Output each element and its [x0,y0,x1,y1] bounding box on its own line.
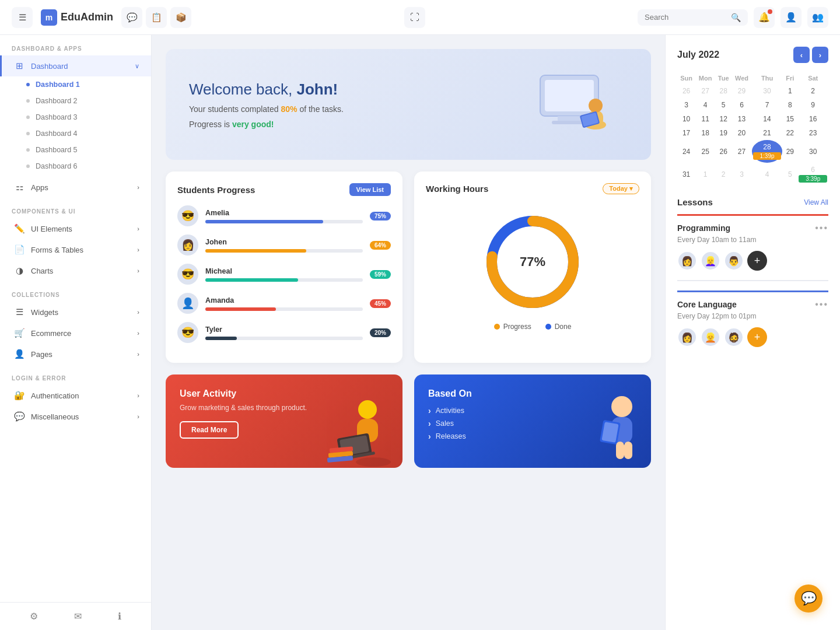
calendar-day[interactable]: 29 [782,140,797,163]
calendar-day[interactable]: 17 [677,126,695,140]
sidebar-item-miscellaneous[interactable]: 💬 Miscellaneous › [0,406,151,427]
welcome-illustration [499,66,628,142]
sidebar-item-pages[interactable]: 👤 Pages › [0,344,151,365]
donut-legend: Progress Done [494,323,572,331]
user-settings-button[interactable]: 👥 [807,7,828,28]
calendar-day[interactable]: 28 [715,84,732,98]
sidebar-item-dashboard3[interactable]: Dashboard 3 [0,109,151,125]
calendar-day[interactable]: 24 [677,140,695,163]
calendar-day[interactable]: 5 [715,98,732,112]
sidebar-item-widgets[interactable]: ☰ Widgets › [0,302,151,323]
cal-next-button[interactable]: › [812,47,828,63]
today-filter-button[interactable]: Today ▾ [603,183,639,194]
lesson-core-name: Core Language [677,300,737,309]
menu-toggle-button[interactable]: ☰ [12,7,33,28]
cal-prev-button[interactable]: ‹ [793,47,810,63]
calendar-day[interactable]: 4 [695,98,715,112]
calendar-day[interactable]: 27 [732,140,752,163]
sidebar-item-dashboard2[interactable]: Dashboard 2 [0,93,151,109]
sidebar-item-dashboard1[interactable]: Dashboard 1 [0,76,151,93]
sidebar-item-dashboard[interactable]: ⊞ Dashboard ∨ [0,55,151,76]
calendar-day[interactable]: 4 [752,163,783,186]
dashboard1-label: Dashboard 1 [36,80,80,89]
calendar-day[interactable]: 18 [695,126,715,140]
lesson-card-programming: Programming ••• Every Day 10am to 11am 👩… [677,214,828,281]
calendar-day[interactable]: 21 [752,126,783,140]
calendar-day[interactable]: 15 [782,112,797,126]
add-student-core-button[interactable]: + [747,327,767,347]
view-list-button[interactable]: View List [349,183,391,196]
chat-bubble-button[interactable]: 💬 [794,584,822,612]
add-student-programming-button[interactable]: + [747,251,767,271]
search-input[interactable] [645,13,726,22]
calendar-day[interactable]: 22 [782,126,797,140]
svg-rect-1 [545,80,594,111]
calendar-day[interactable]: 27 [695,84,715,98]
working-hours-card: Working Hours Today ▾ 77% [414,172,651,363]
info-icon[interactable]: ℹ [118,611,121,622]
calendar-day[interactable]: 6 [732,98,752,112]
sidebar-item-dashboard4[interactable]: Dashboard 4 [0,125,151,142]
calendar-day[interactable]: 13 [732,112,752,126]
mail-icon[interactable]: ✉ [74,611,82,622]
calendar-day[interactable]: 25 [695,140,715,163]
calendar-day[interactable]: 11 [695,112,715,126]
calendar-day[interactable]: 12 [715,112,732,126]
apps-grid-icon: ⚏ [13,182,25,192]
fullscreen-button[interactable]: ⛶ [404,7,425,28]
sidebar-item-authentication[interactable]: 🔐 Authentication › [0,385,151,406]
calendar-day[interactable]: 26 [715,140,732,163]
chat-icon-button[interactable]: 💬 [121,7,142,28]
calendar-day[interactable]: 30 [752,84,783,98]
calendar-day[interactable]: 31 [677,163,695,186]
calendar-day[interactable]: 23 [797,126,828,140]
welcome-svg [505,69,622,139]
calendar-day[interactable]: 26 [677,84,695,98]
calendar-day[interactable]: 3 [677,98,695,112]
calendar-day[interactable]: 20 [732,126,752,140]
read-more-button[interactable]: Read More [180,421,239,439]
calendar-day[interactable]: 281:39p [752,140,783,163]
apps-icon-button[interactable]: 📦 [170,7,191,28]
sidebar-item-apps[interactable]: ⚏ Apps › [0,177,151,198]
sidebar-item-dashboard5[interactable]: Dashboard 5 [0,142,151,158]
legend-done: Done [545,323,572,331]
calendar-day[interactable]: 19 [715,126,732,140]
dot-icon [26,148,30,152]
calendar-day[interactable]: 9 [797,98,828,112]
sidebar-item-ui-elements[interactable]: ✏️ UI Elements › [0,218,151,239]
calendar-day[interactable]: 2 [715,163,732,186]
tasks-icon-button[interactable]: 📋 [146,7,167,28]
sidebar-item-forms-tables[interactable]: 📄 Forms & Tables › [0,239,151,260]
calendar-day[interactable]: 30 [797,140,828,163]
view-all-lessons-link[interactable]: View All [804,198,828,206]
student-avatar: 😎 [177,205,198,226]
user-profile-button[interactable]: 👤 [780,7,802,28]
sidebar-item-charts[interactable]: ◑ Charts › [0,260,151,281]
cal-header-fri: Fri [782,72,797,84]
calendar-day[interactable]: 10 [677,112,695,126]
calendar-day[interactable]: 1 [695,163,715,186]
calendar-day[interactable]: 3 [732,163,752,186]
topnav-action-icons: 💬 📋 📦 [121,7,191,28]
topnav: ☰ m EduAdmin 💬 📋 📦 ⛶ 🔍 🔔 👤 👥 [0,0,840,35]
sidebar-item-dashboard6[interactable]: Dashboard 6 [0,158,151,174]
lesson-programming-more-icon[interactable]: ••• [815,223,828,233]
search-box: 🔍 [638,9,748,26]
calendar-day[interactable]: 1 [782,84,797,98]
calendar-day[interactable]: 16 [797,112,828,126]
sidebar-item-ecommerce[interactable]: 🛒 Ecommerce › [0,323,151,344]
settings-icon[interactable]: ⚙ [30,611,38,622]
calendar-day[interactable]: 2 [797,84,828,98]
calendar-day[interactable]: 5 [782,163,797,186]
calendar-day[interactable]: 14 [752,112,783,126]
calendar-day[interactable]: 7 [752,98,783,112]
calendar-day[interactable]: 29 [732,84,752,98]
dot-icon [26,132,30,135]
calendar-day[interactable]: 8 [782,98,797,112]
notifications-button[interactable]: 🔔 [754,7,775,28]
calendar-day[interactable]: 63:39p [797,163,828,186]
lesson-core-more-icon[interactable]: ••• [815,299,828,310]
student-avatar: 😎 [177,264,198,285]
dot-icon [26,83,30,86]
